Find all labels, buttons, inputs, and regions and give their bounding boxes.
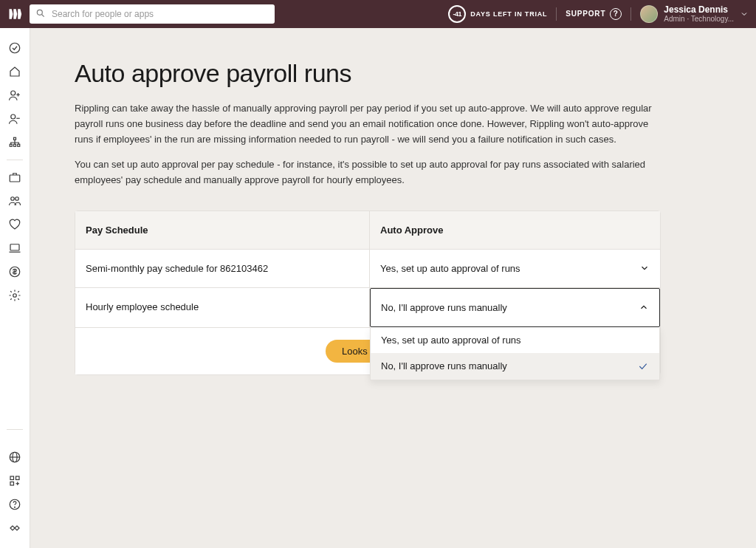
left-sidebar — [0, 28, 30, 548]
chevron-down-icon — [740, 10, 749, 18]
support-link[interactable]: SUPPORT ? — [566, 8, 622, 20]
sidebar-divider — [7, 160, 23, 160]
check-icon — [637, 360, 649, 372]
svg-rect-12 — [10, 175, 20, 182]
user-role: Admin · Technology... — [664, 15, 734, 24]
main-content: Auto approve payroll runs Rippling can t… — [30, 28, 756, 548]
page-description-2: You can set up auto approval per pay sch… — [75, 157, 658, 188]
svg-point-0 — [37, 10, 42, 15]
sidebar-item-org[interactable] — [8, 136, 21, 149]
svg-rect-15 — [10, 244, 19, 250]
svg-rect-10 — [14, 144, 16, 146]
svg-line-1 — [42, 15, 44, 17]
trial-days-label: DAYS LEFT IN TRIAL — [470, 10, 547, 18]
search-icon — [35, 8, 46, 20]
user-menu[interactable]: Jessica Dennis Admin · Technology... — [640, 4, 749, 24]
svg-rect-11 — [18, 144, 20, 146]
column-header-pay-schedule: Pay Schedule — [75, 211, 370, 249]
svg-rect-24 — [10, 482, 14, 486]
svg-rect-22 — [10, 476, 14, 480]
brand-logo[interactable] — [7, 7, 22, 21]
trial-badge[interactable]: -41 DAYS LEFT IN TRIAL — [448, 5, 547, 23]
chevron-down-icon — [639, 263, 650, 273]
svg-point-13 — [11, 197, 15, 201]
sidebar-item-money[interactable] — [8, 265, 21, 278]
pay-schedule-table: Pay Schedule Auto Approve Semi-monthly p… — [75, 210, 661, 375]
sidebar-item-help[interactable] — [8, 498, 21, 511]
svg-rect-9 — [10, 144, 12, 146]
divider — [556, 7, 557, 21]
user-name: Jessica Dennis — [664, 4, 734, 15]
svg-point-18 — [13, 294, 17, 298]
sidebar-item-handshake[interactable] — [8, 521, 21, 535]
auto-approve-select[interactable]: Yes, set up auto approval of runs — [370, 250, 660, 287]
select-value: No, I'll approve runs manually — [381, 302, 507, 313]
search-field[interactable] — [30, 4, 275, 24]
sidebar-item-globe[interactable] — [8, 451, 21, 464]
avatar — [640, 5, 658, 23]
top-header: -41 DAYS LEFT IN TRIAL SUPPORT ? Jessica… — [0, 0, 756, 28]
sidebar-item-tasks[interactable] — [8, 41, 21, 55]
svg-point-3 — [11, 91, 16, 95]
sidebar-item-apps[interactable] — [8, 474, 21, 487]
table-row: Hourly employee schedule No, I'll approv… — [75, 288, 660, 328]
dropdown-menu: Yes, set up auto approval of runs No, I'… — [370, 327, 660, 380]
table-header: Pay Schedule Auto Approve — [75, 211, 660, 250]
dropdown-option-no[interactable]: No, I'll approve runs manually — [371, 353, 659, 380]
sidebar-item-settings[interactable] — [8, 289, 21, 302]
dropdown-option-label: Yes, set up auto approval of runs — [381, 335, 521, 346]
auto-approve-select[interactable]: No, I'll approve runs manually — [370, 288, 660, 327]
help-icon: ? — [610, 8, 622, 20]
svg-rect-8 — [14, 137, 16, 140]
table-row: Semi-monthly pay schedule for 862103462 … — [75, 250, 660, 288]
divider — [630, 7, 631, 21]
sidebar-item-heart[interactable] — [8, 218, 21, 231]
sidebar-item-home[interactable] — [8, 65, 21, 78]
svg-point-2 — [10, 43, 20, 53]
sidebar-item-add-person[interactable] — [8, 89, 21, 102]
svg-rect-23 — [16, 476, 20, 480]
dropdown-option-label: No, I'll approve runs manually — [381, 360, 507, 371]
chevron-up-icon — [639, 302, 649, 312]
select-value: Yes, set up auto approval of runs — [380, 263, 520, 274]
support-label: SUPPORT — [566, 10, 605, 18]
sidebar-divider — [7, 429, 23, 430]
sidebar-item-people[interactable] — [8, 194, 21, 208]
svg-point-6 — [11, 114, 16, 119]
dropdown-option-yes[interactable]: Yes, set up auto approval of runs — [371, 327, 659, 353]
sidebar-item-laptop[interactable] — [8, 242, 21, 255]
sidebar-item-briefcase[interactable] — [8, 171, 21, 184]
column-header-auto-approve: Auto Approve — [370, 211, 660, 249]
pay-schedule-name: Hourly employee schedule — [75, 288, 370, 327]
svg-point-14 — [16, 197, 19, 201]
pay-schedule-name: Semi-monthly pay schedule for 862103462 — [75, 250, 370, 287]
svg-point-28 — [15, 507, 16, 507]
sidebar-item-remove-person[interactable] — [8, 112, 21, 126]
page-title: Auto approve payroll runs — [75, 59, 712, 88]
page-description-1: Rippling can take away the hassle of man… — [75, 101, 658, 147]
search-input[interactable] — [46, 9, 269, 19]
trial-days-circle: -41 — [448, 5, 466, 23]
